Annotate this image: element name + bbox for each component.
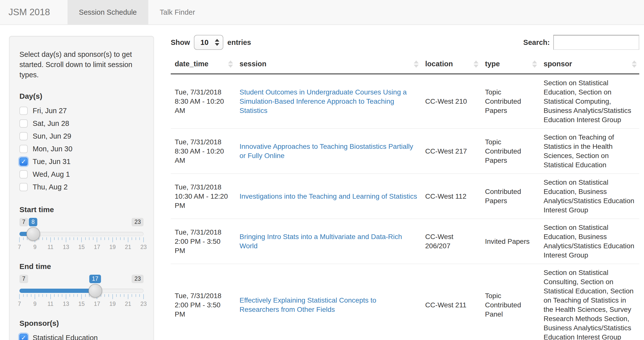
checkbox-icon[interactable] — [20, 145, 28, 153]
slider-tick — [112, 237, 113, 242]
slider-tick — [136, 294, 136, 297]
checkbox-label: Sun, Jun 29 — [33, 132, 71, 140]
slider-tick-label: 17 — [94, 244, 100, 250]
slider-tick — [85, 237, 86, 240]
slider-tick — [89, 237, 90, 240]
cell-session: Innovative Approaches to Teaching Biosta… — [236, 128, 421, 174]
slider-tick — [128, 237, 128, 242]
table-row: Tue, 7/31/2018 8:30 AM - 10:20 AMInnovat… — [171, 128, 639, 174]
slider-tick — [143, 294, 144, 299]
table-controls: Show 10 entries Search: — [171, 34, 639, 50]
sponsor-option-statistical-education[interactable]: Statistical Education — [20, 332, 144, 340]
cell-sponsor: Section on Statistical Education, Sectio… — [540, 74, 639, 128]
start-time-label: Start time — [20, 206, 144, 214]
session-link[interactable]: Bringing Intro Stats into a Multivariate… — [240, 233, 402, 250]
column-header-type[interactable]: type — [481, 54, 540, 74]
column-header-label: location — [425, 60, 453, 68]
cell-location: CC-West 211 — [421, 264, 481, 340]
slider-tick — [42, 237, 43, 240]
slider-tick — [108, 237, 109, 240]
session-link[interactable]: Innovative Approaches to Teaching Biosta… — [240, 142, 413, 160]
slider-tick — [70, 294, 70, 297]
session-link[interactable]: Investigations into the Teaching and Lea… — [240, 192, 417, 200]
table-row: Tue, 7/31/2018 8:30 AM - 10:20 AMStudent… — [171, 74, 639, 128]
checkbox-icon[interactable] — [20, 132, 28, 140]
end-time-label: End time — [20, 262, 144, 271]
slider-tick — [108, 294, 109, 297]
slider-tick — [116, 294, 117, 297]
day-option-fri-jun-27[interactable]: Fri, Jun 27 — [20, 104, 144, 117]
cell-type: Invited Papers — [481, 219, 540, 264]
cell-sponsor: Section on Statistical Education, Busine… — [540, 174, 639, 219]
slider-tick — [23, 237, 24, 240]
page-length-select[interactable]: 10 — [194, 35, 223, 50]
session-link[interactable]: Student Outcomes in Undergraduate Course… — [240, 88, 407, 114]
slider-tick-label: 15 — [78, 244, 85, 250]
slider-tick — [46, 294, 47, 297]
nav-tab-session-schedule[interactable]: Session Schedule — [68, 0, 148, 24]
search-input[interactable] — [553, 35, 639, 50]
slider-tick — [50, 237, 51, 242]
checkbox-icon[interactable] — [20, 183, 28, 191]
slider-tick-label: 15 — [78, 300, 85, 307]
cell-type: Topic Contributed Panel — [481, 264, 540, 340]
nav-tab-talk-finder[interactable]: Talk Finder — [148, 0, 206, 24]
checkbox-label: Sat, Jun 28 — [33, 120, 69, 128]
sort-both-icon — [414, 60, 419, 68]
column-header-sponsor[interactable]: sponsor — [540, 54, 639, 74]
day-option-tue-jun-31[interactable]: Tue, Jun 31 — [20, 155, 144, 168]
slider-tick-label: 23 — [140, 244, 147, 250]
checkbox-icon[interactable] — [20, 120, 28, 128]
slider-tick — [132, 294, 132, 297]
column-header-date_time[interactable]: date_time — [171, 54, 236, 74]
slider-tick — [58, 294, 58, 297]
end-time-slider: 723177911131517192123 — [20, 275, 144, 307]
slider-tick — [116, 237, 117, 240]
page-length-value: 10 — [200, 38, 208, 46]
day-option-sun-jun-29[interactable]: Sun, Jun 29 — [20, 130, 144, 142]
cell-location: CC-West 210 — [421, 74, 481, 128]
slider-tick — [39, 294, 39, 297]
column-header-session[interactable]: session — [236, 54, 421, 74]
column-header-location[interactable]: location — [421, 54, 481, 74]
start-time-slider-handle[interactable] — [26, 227, 40, 241]
checkbox-icon[interactable] — [20, 107, 28, 115]
days-label: Day(s) — [20, 92, 144, 100]
select-stepper-icon — [215, 39, 219, 46]
checkbox-label: Wed, Aug 1 — [33, 170, 70, 178]
cell-location: CC-West 112 — [421, 174, 481, 219]
slider-tick-label: 9 — [34, 300, 37, 307]
session-link[interactable]: Effectively Explaining Statistical Conce… — [240, 296, 376, 313]
sort-both-icon — [532, 60, 537, 68]
slider-tick-label: 17 — [94, 300, 100, 307]
slider-tick — [54, 294, 54, 297]
slider-tick-label: 21 — [125, 244, 131, 250]
slider-tick — [66, 237, 66, 242]
sort-both-icon — [228, 60, 233, 68]
slider-tick-label: 7 — [18, 244, 21, 250]
slider-tick — [124, 294, 124, 297]
slider-tick — [139, 294, 140, 297]
slider-tick — [35, 294, 35, 299]
cell-session: Student Outcomes in Undergraduate Course… — [236, 74, 421, 128]
day-option-thu-aug-2[interactable]: Thu, Aug 2 — [20, 181, 144, 194]
cell-location: CC-West 206/207 — [421, 219, 481, 264]
app-title: JSM 2018 — [0, 0, 58, 24]
day-option-mon-jun-30[interactable]: Mon, Jun 30 — [20, 142, 144, 155]
column-header-label: type — [485, 60, 500, 68]
start-time-slider-min-label: 7 — [20, 218, 28, 226]
slider-tick — [74, 237, 74, 240]
day-option-wed-aug-1[interactable]: Wed, Aug 1 — [20, 168, 144, 181]
slider-tick — [62, 294, 62, 297]
checkbox-icon[interactable] — [20, 170, 28, 178]
end-time-slider-handle[interactable] — [88, 284, 102, 298]
slider-tick — [112, 294, 113, 299]
slider-tick-label: 21 — [125, 300, 131, 307]
checkbox-checked-icon[interactable] — [20, 158, 28, 166]
sponsors-label: Sponsor(s) — [20, 319, 144, 328]
checkbox-checked-icon[interactable] — [20, 334, 28, 340]
column-header-label: sponsor — [544, 60, 572, 68]
slider-tick — [104, 294, 105, 297]
day-option-sat-jun-28[interactable]: Sat, Jun 28 — [20, 117, 144, 130]
slider-tick — [77, 294, 78, 297]
